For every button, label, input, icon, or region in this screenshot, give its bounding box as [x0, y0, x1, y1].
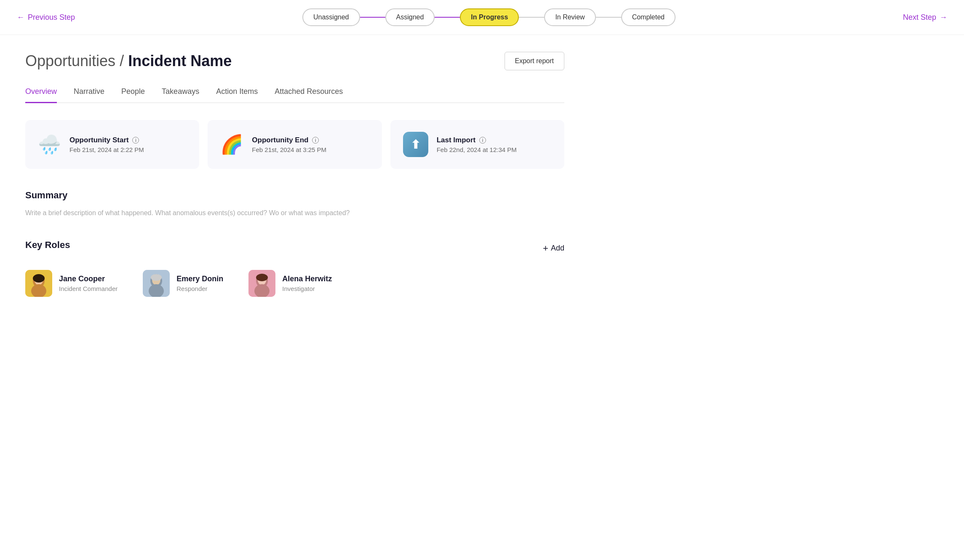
- next-step-button[interactable]: Next Step →: [903, 13, 947, 22]
- stepper-bar: ← Previous Step Unassigned Assigned In P…: [0, 0, 964, 35]
- previous-step-label: Previous Step: [28, 13, 75, 22]
- step-unassigned[interactable]: Unassigned: [302, 8, 360, 26]
- metric-end-value: Feb 21st, 2024 at 3:25 PM: [252, 146, 326, 153]
- person-role-jane: Incident Commander: [59, 285, 117, 292]
- incident-name: Incident Name: [128, 52, 232, 69]
- metric-start-value: Feb 21st, 2024 at 2:22 PM: [69, 146, 144, 153]
- avatar-emery-donin: [143, 270, 170, 297]
- metric-card-opportunity-end: 🌈 Opportunity End i Feb 21st, 2024 at 3:…: [208, 120, 382, 169]
- add-label: Add: [551, 244, 564, 253]
- last-import-icon: ⬆: [403, 132, 428, 157]
- page-title-row: Opportunities / Incident Name Export rep…: [25, 52, 564, 70]
- summary-title: Summary: [25, 190, 564, 201]
- metric-import-label: Last Import: [437, 136, 476, 144]
- stepper-steps: Unassigned Assigned In Progress In Revie…: [302, 8, 676, 26]
- tab-takeaways[interactable]: Takeaways: [162, 87, 199, 103]
- svg-point-9: [151, 274, 162, 281]
- step-assigned[interactable]: Assigned: [385, 8, 435, 26]
- plus-icon: +: [543, 243, 548, 254]
- metric-card-opportunity-start: 🌧️ Opportunity Start i Feb 21st, 2024 at…: [25, 120, 199, 169]
- opportunity-start-icon: 🌧️: [38, 135, 61, 154]
- tab-narrative[interactable]: Narrative: [74, 87, 104, 103]
- tab-attached-resources[interactable]: Attached Resources: [275, 87, 343, 103]
- key-roles-people-row: Jane Cooper Incident Commander Emer: [25, 270, 564, 297]
- opportunity-end-icon: 🌈: [220, 135, 243, 154]
- breadcrumb-separator: /: [120, 52, 128, 69]
- breadcrumb: Opportunities: [25, 52, 115, 69]
- tab-action-items[interactable]: Action Items: [216, 87, 258, 103]
- person-role-alena: Investigator: [282, 285, 332, 292]
- next-step-label: Next Step: [903, 13, 936, 22]
- person-name-alena: Alena Herwitz: [282, 275, 332, 283]
- metric-start-label: Opportunity Start: [69, 136, 129, 144]
- key-roles-title: Key Roles: [25, 240, 70, 251]
- info-icon-import[interactable]: i: [479, 137, 486, 144]
- main-content: Opportunities / Incident Name Export rep…: [0, 35, 590, 314]
- person-name-jane: Jane Cooper: [59, 275, 117, 283]
- person-emery-donin: Emery Donin Responder: [143, 270, 223, 297]
- person-name-emery: Emery Donin: [176, 275, 223, 283]
- step-connector-1: [360, 17, 385, 18]
- arrow-left-icon: ←: [17, 13, 24, 22]
- add-key-role-button[interactable]: + Add: [543, 243, 564, 254]
- person-role-emery: Responder: [176, 285, 223, 292]
- svg-point-4: [33, 274, 45, 283]
- step-connector-2: [435, 17, 460, 18]
- previous-step-button[interactable]: ← Previous Step: [17, 13, 75, 22]
- step-connector-4: [596, 17, 621, 18]
- metric-cards: 🌧️ Opportunity Start i Feb 21st, 2024 at…: [25, 120, 564, 169]
- summary-section: Summary Write a brief description of wha…: [25, 190, 564, 219]
- arrow-right-icon: →: [940, 13, 947, 22]
- avatar-jane-cooper: [25, 270, 52, 297]
- tabs: Overview Narrative People Takeaways Acti…: [25, 87, 564, 103]
- svg-point-14: [256, 274, 268, 281]
- tab-people[interactable]: People: [121, 87, 145, 103]
- step-completed[interactable]: Completed: [621, 8, 676, 26]
- person-jane-cooper: Jane Cooper Incident Commander: [25, 270, 117, 297]
- step-connector-3: [519, 17, 544, 18]
- info-icon-end[interactable]: i: [312, 137, 319, 144]
- metric-end-label: Opportunity End: [252, 136, 308, 144]
- tab-overview[interactable]: Overview: [25, 87, 57, 103]
- avatar-svg-emery: [143, 270, 170, 297]
- key-roles-section: Key Roles + Add Jane: [25, 240, 564, 297]
- key-roles-header: Key Roles + Add: [25, 240, 564, 257]
- avatar-svg-jane: [25, 270, 52, 297]
- summary-placeholder: Write a brief description of what happen…: [25, 208, 564, 219]
- step-in-progress[interactable]: In Progress: [460, 8, 519, 26]
- person-alena-herwitz: Alena Herwitz Investigator: [248, 270, 332, 297]
- metric-card-last-import: ⬆ Last Import i Feb 22nd, 2024 at 12:34 …: [390, 120, 564, 169]
- export-report-button[interactable]: Export report: [505, 52, 564, 70]
- page-title: Opportunities / Incident Name: [25, 52, 232, 70]
- avatar-alena-herwitz: [248, 270, 275, 297]
- info-icon-start[interactable]: i: [132, 137, 139, 144]
- step-in-review[interactable]: In Review: [544, 8, 595, 26]
- metric-import-value: Feb 22nd, 2024 at 12:34 PM: [437, 146, 517, 153]
- avatar-svg-alena: [248, 270, 275, 297]
